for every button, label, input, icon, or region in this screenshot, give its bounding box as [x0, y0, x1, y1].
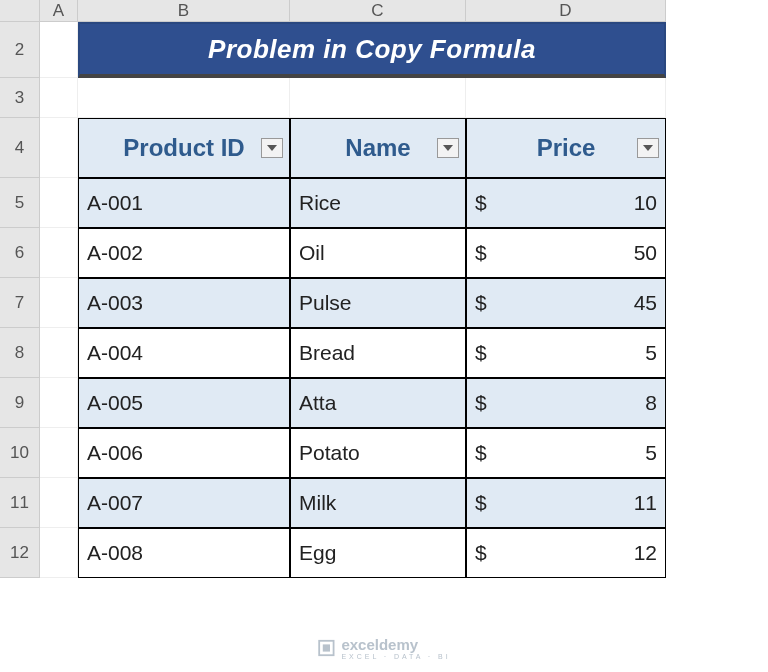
row-header-6[interactable]: 6	[0, 228, 40, 278]
chevron-down-icon	[443, 145, 453, 151]
currency-symbol: $	[475, 391, 487, 415]
cell-product-id[interactable]: A-008	[78, 528, 290, 578]
price-value: 8	[645, 391, 657, 415]
currency-symbol: $	[475, 491, 487, 515]
price-value: 50	[634, 241, 657, 265]
cell-price[interactable]: $8	[466, 378, 666, 428]
price-value: 45	[634, 291, 657, 315]
cell-product-id[interactable]: A-004	[78, 328, 290, 378]
cell-b3[interactable]	[78, 78, 290, 118]
cell-name[interactable]: Atta	[290, 378, 466, 428]
currency-symbol: $	[475, 441, 487, 465]
price-value: 5	[645, 341, 657, 365]
cell-name[interactable]: Potato	[290, 428, 466, 478]
filter-button[interactable]	[261, 138, 283, 158]
header-label: Price	[537, 134, 596, 162]
header-label: Name	[345, 134, 410, 162]
cell-a5[interactable]	[40, 178, 78, 228]
svg-rect-4	[323, 644, 330, 651]
table-header-product-id[interactable]: Product ID	[78, 118, 290, 178]
cell-price[interactable]: $45	[466, 278, 666, 328]
price-value: 5	[645, 441, 657, 465]
cell-price[interactable]: $5	[466, 428, 666, 478]
svg-marker-1	[443, 145, 453, 151]
col-header-d[interactable]: D	[466, 0, 666, 22]
page-title[interactable]: Problem in Copy Formula	[78, 22, 666, 78]
table-header-name[interactable]: Name	[290, 118, 466, 178]
chevron-down-icon	[267, 145, 277, 151]
cell-product-id[interactable]: A-006	[78, 428, 290, 478]
chevron-down-icon	[643, 145, 653, 151]
cell-price[interactable]: $10	[466, 178, 666, 228]
cell-a9[interactable]	[40, 378, 78, 428]
row-header-4[interactable]: 4	[0, 118, 40, 178]
table-header-price[interactable]: Price	[466, 118, 666, 178]
watermark-name: exceldemy	[341, 636, 418, 653]
select-all-corner[interactable]	[0, 0, 40, 22]
logo-icon	[317, 639, 335, 657]
row-header-5[interactable]: 5	[0, 178, 40, 228]
cell-a8[interactable]	[40, 328, 78, 378]
cell-a2[interactable]	[40, 22, 78, 78]
currency-symbol: $	[475, 541, 487, 565]
svg-marker-2	[643, 145, 653, 151]
row-header-12[interactable]: 12	[0, 528, 40, 578]
cell-product-id[interactable]: A-003	[78, 278, 290, 328]
currency-symbol: $	[475, 291, 487, 315]
row-header-2[interactable]: 2	[0, 22, 40, 78]
row-header-9[interactable]: 9	[0, 378, 40, 428]
col-header-a[interactable]: A	[40, 0, 78, 22]
cell-product-id[interactable]: A-007	[78, 478, 290, 528]
row-header-8[interactable]: 8	[0, 328, 40, 378]
spreadsheet-grid: A B C D 2 Problem in Copy Formula 3 4 Pr…	[0, 0, 768, 578]
cell-name[interactable]: Milk	[290, 478, 466, 528]
watermark: exceldemy EXCEL · DATA · BI	[317, 636, 450, 660]
filter-button[interactable]	[637, 138, 659, 158]
cell-name[interactable]: Pulse	[290, 278, 466, 328]
cell-price[interactable]: $12	[466, 528, 666, 578]
currency-symbol: $	[475, 341, 487, 365]
currency-symbol: $	[475, 191, 487, 215]
cell-d3[interactable]	[466, 78, 666, 118]
price-value: 12	[634, 541, 657, 565]
svg-marker-0	[267, 145, 277, 151]
cell-a10[interactable]	[40, 428, 78, 478]
row-header-3[interactable]: 3	[0, 78, 40, 118]
price-value: 11	[634, 491, 657, 515]
col-header-c[interactable]: C	[290, 0, 466, 22]
currency-symbol: $	[475, 241, 487, 265]
cell-product-id[interactable]: A-005	[78, 378, 290, 428]
cell-name[interactable]: Rice	[290, 178, 466, 228]
price-value: 10	[634, 191, 657, 215]
header-label: Product ID	[123, 134, 244, 162]
row-header-7[interactable]: 7	[0, 278, 40, 328]
watermark-sub: EXCEL · DATA · BI	[341, 653, 450, 660]
cell-c3[interactable]	[290, 78, 466, 118]
cell-a12[interactable]	[40, 528, 78, 578]
cell-a7[interactable]	[40, 278, 78, 328]
col-header-b[interactable]: B	[78, 0, 290, 22]
cell-a3[interactable]	[40, 78, 78, 118]
row-header-10[interactable]: 10	[0, 428, 40, 478]
cell-price[interactable]: $5	[466, 328, 666, 378]
cell-name[interactable]: Egg	[290, 528, 466, 578]
cell-name[interactable]: Oil	[290, 228, 466, 278]
filter-button[interactable]	[437, 138, 459, 158]
cell-product-id[interactable]: A-002	[78, 228, 290, 278]
cell-a11[interactable]	[40, 478, 78, 528]
cell-product-id[interactable]: A-001	[78, 178, 290, 228]
cell-price[interactable]: $50	[466, 228, 666, 278]
cell-name[interactable]: Bread	[290, 328, 466, 378]
cell-a4[interactable]	[40, 118, 78, 178]
row-header-11[interactable]: 11	[0, 478, 40, 528]
cell-a6[interactable]	[40, 228, 78, 278]
cell-price[interactable]: $11	[466, 478, 666, 528]
